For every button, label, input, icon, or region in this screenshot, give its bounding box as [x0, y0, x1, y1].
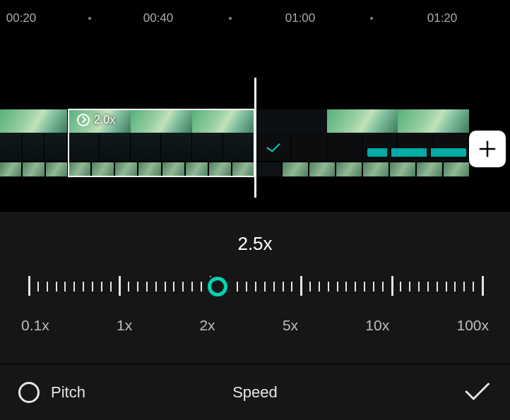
scale-tick [146, 282, 148, 292]
scale-tick [437, 282, 438, 292]
scale-tick [47, 282, 48, 292]
scale-tick [92, 282, 93, 292]
time-label: 01:00 [285, 11, 316, 25]
scale-tick [409, 282, 410, 292]
scale-tick [382, 282, 384, 292]
pitch-label: Pitch [51, 383, 85, 402]
scale-tick [64, 282, 66, 292]
scale-tick [328, 282, 329, 292]
scale-label: 5x [283, 317, 298, 334]
scale-tick [173, 282, 174, 292]
scale-tick [309, 282, 311, 292]
clip[interactable] [256, 109, 469, 176]
scale-tick [273, 282, 275, 292]
add-clip-button[interactable] [469, 131, 506, 167]
pitch-toggle[interactable]: Pitch [18, 382, 85, 403]
scale-tick [128, 282, 129, 292]
scale-label: 2x [199, 317, 215, 334]
scale-tick [155, 282, 157, 292]
scale-tick [446, 282, 447, 292]
scale-tick [337, 282, 338, 292]
scale-tick [355, 282, 356, 292]
speed-scale-labels: 0.1x 1x 2x 5x 10x 100x [21, 317, 489, 334]
speed-panel: 2.5x 0.1x 1x 2x 5x 10x 100x Pitch Speed [0, 212, 510, 420]
scale-label: 100x [456, 317, 489, 334]
scale-tick [319, 282, 320, 292]
scale-tick [137, 282, 138, 292]
playhead[interactable] [254, 78, 256, 198]
speed-slider-knob[interactable] [208, 277, 227, 296]
scale-tick [201, 282, 202, 292]
scale-tick [255, 282, 256, 292]
scale-tick [283, 282, 284, 292]
scale-tick [101, 282, 102, 292]
scale-tick [227, 282, 229, 292]
scale-tick [473, 282, 474, 292]
scale-label: 1x [117, 317, 132, 334]
scale-tick [345, 282, 347, 292]
scale-tick [83, 282, 84, 292]
time-label: 00:20 [6, 11, 37, 25]
time-label: 00:40 [143, 11, 174, 25]
time-dot [370, 17, 373, 20]
audio-waveform [367, 148, 466, 157]
speed-icon [77, 114, 90, 126]
circle-icon [18, 382, 40, 403]
time-dot [229, 17, 232, 20]
scale-tick [110, 282, 112, 292]
scale-tick [418, 282, 420, 292]
scale-tick [37, 282, 39, 292]
clip-speed-badge: 2.0x [77, 114, 115, 126]
scale-label: 0.1x [21, 317, 49, 334]
scale-tick [182, 282, 184, 292]
check-icon [461, 376, 492, 407]
scale-tick [191, 282, 193, 292]
scale-label: 10x [365, 317, 389, 334]
clip-speed-value: 2.0x [94, 114, 115, 126]
scale-tick [373, 282, 374, 292]
scale-tick [300, 276, 302, 296]
scale-tick [291, 282, 292, 292]
plus-icon [477, 138, 498, 160]
scale-tick [427, 282, 429, 292]
scale-tick [165, 282, 166, 292]
panel-footer: Pitch Speed [0, 364, 510, 420]
clip-selected[interactable]: 2.0x [69, 109, 254, 176]
scale-tick [400, 282, 401, 292]
scale-tick [119, 276, 121, 296]
panel-title: Speed [232, 383, 278, 402]
speed-current-value: 2.5x [0, 233, 510, 255]
scale-tick [482, 276, 484, 296]
scale-tick [28, 276, 30, 296]
scale-tick [264, 282, 266, 292]
scale-tick [391, 276, 393, 296]
timeline[interactable]: 2.0x [0, 35, 510, 212]
scale-tick [56, 282, 57, 292]
scale-tick [463, 282, 465, 292]
time-ruler[interactable]: 00:20 00:40 01:00 01:20 [0, 0, 510, 35]
scale-tick [454, 282, 456, 292]
time-label: 01:20 [427, 11, 458, 25]
scale-tick [364, 282, 365, 292]
clip[interactable] [0, 109, 67, 176]
time-dot [88, 17, 91, 20]
confirm-button[interactable] [461, 376, 492, 409]
scale-tick [73, 282, 75, 292]
scale-tick [246, 282, 247, 292]
scale-tick [237, 282, 238, 292]
speed-slider[interactable] [21, 268, 489, 306]
